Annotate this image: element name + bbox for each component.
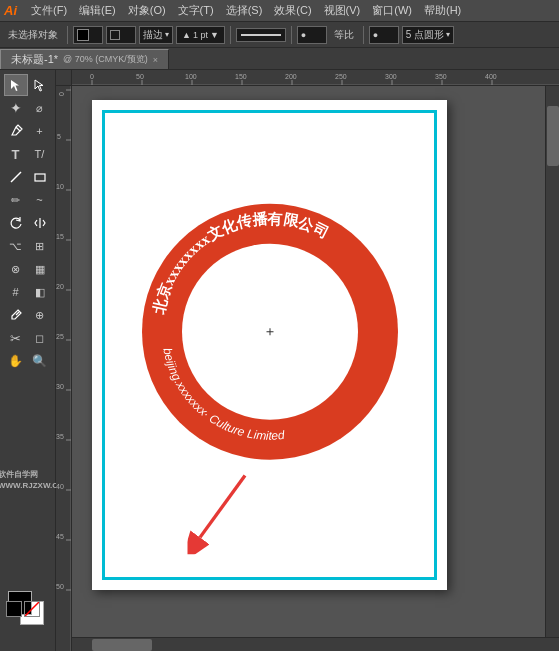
svg-rect-1 (35, 174, 45, 181)
stroke-weight-box[interactable]: ▲ 1 pt ▼ (176, 26, 225, 44)
tool-row-12: ✂ ◻ (2, 327, 54, 349)
tool-row-3: + (2, 120, 54, 142)
toolbar: 未选择对象 描边 ▲ 1 pt ▼ ● 等比 ● 5 点圆形 (0, 22, 559, 48)
svg-text:400: 400 (485, 73, 497, 80)
document-canvas[interactable]: 北京xxxxxxxx文化传播有限公司 beijing.xxxxxxx· Cult… (92, 100, 447, 590)
toolbar-separator-4 (363, 26, 364, 44)
lasso-tool[interactable]: ⌀ (28, 97, 52, 119)
direct-selection-tool[interactable] (28, 74, 52, 96)
canvas-area[interactable]: 0 50 100 150 200 250 300 350 400 (56, 70, 559, 651)
doc-tab-info: @ 70% (CMYK/预览) (63, 53, 148, 66)
seal-container: 北京xxxxxxxx文化传播有限公司 beijing.xxxxxxx· Cult… (137, 199, 402, 464)
tool-row-1 (2, 74, 54, 96)
menu-edit[interactable]: 编辑(E) (73, 1, 122, 20)
menu-bar: Ai 文件(F) 编辑(E) 对象(O) 文字(T) 选择(S) 效果(C) 视… (0, 0, 559, 22)
eraser-tool[interactable]: ◻ (28, 327, 52, 349)
menu-items: 文件(F) 编辑(E) 对象(O) 文字(T) 选择(S) 效果(C) 视图(V… (25, 1, 467, 20)
rotate-tool[interactable] (4, 212, 28, 234)
brush-tool[interactable]: ✏ (4, 189, 28, 211)
zoom-control[interactable]: ● (297, 26, 327, 44)
menu-select[interactable]: 选择(S) (220, 1, 269, 20)
gradient-tool[interactable]: ◧ (28, 281, 52, 303)
toolbar-separator-2 (230, 26, 231, 44)
hand-tool[interactable]: ✋ (4, 350, 28, 372)
menu-text[interactable]: 文字(T) (172, 1, 220, 20)
svg-text:150: 150 (235, 73, 247, 80)
pencil-tool[interactable]: ~ (28, 189, 52, 211)
stroke-preview (236, 28, 286, 42)
shape-tool[interactable] (28, 166, 52, 188)
doc-tab[interactable]: 未标题-1* @ 70% (CMYK/预览) × (0, 49, 169, 69)
scissors-tool[interactable]: ✂ (4, 327, 28, 349)
default-colors-button[interactable] (6, 601, 22, 617)
toolbar-separator-3 (291, 26, 292, 44)
none-color-button[interactable] (24, 601, 40, 617)
stroke-dropdown[interactable]: 描边 (139, 26, 173, 44)
scrollbar-horizontal[interactable] (72, 637, 559, 651)
stroke-up-arrow[interactable]: ▲ (180, 30, 193, 40)
svg-text:50: 50 (56, 583, 64, 590)
point-shape-dot: ● (373, 30, 378, 40)
svg-text:20: 20 (56, 283, 64, 290)
type-path-tool[interactable]: T/ (28, 143, 52, 165)
stroke-color-box2[interactable] (106, 26, 136, 44)
svg-line-0 (11, 172, 21, 182)
blend-tool[interactable]: ⊕ (28, 304, 52, 326)
doc-tab-title: 未标题-1* (11, 52, 58, 67)
add-anchor-tool[interactable]: + (28, 120, 52, 142)
svg-text:35: 35 (56, 433, 64, 440)
free-transform-tool[interactable]: ⊞ (28, 235, 52, 257)
type-tool[interactable]: T (4, 143, 28, 165)
svg-text:0: 0 (58, 92, 65, 96)
scroll-v-thumb[interactable] (547, 106, 559, 166)
point-shape-box[interactable]: ● (369, 26, 399, 44)
svg-line-3 (16, 312, 19, 315)
point-shape-dropdown[interactable]: 5 点圆形 (402, 26, 454, 44)
selection-tool[interactable] (4, 74, 28, 96)
menu-object[interactable]: 对象(O) (122, 1, 172, 20)
seal-svg: 北京xxxxxxxx文化传播有限公司 beijing.xxxxxxx· Cult… (137, 199, 402, 464)
zoom-tool[interactable]: 🔍 (28, 350, 52, 372)
tool-row-9: ⊗ ▦ (2, 258, 54, 280)
mesh-tool[interactable]: # (4, 281, 28, 303)
stroke-color-box[interactable] (73, 26, 103, 44)
doc-tab-bar: 未标题-1* @ 70% (CMYK/预览) × (0, 48, 559, 70)
app-logo: Ai (4, 3, 17, 18)
stroke-down-arrow[interactable]: ▼ (208, 30, 221, 40)
tool-row-7 (2, 212, 54, 234)
svg-line-4 (25, 602, 39, 616)
warp-tool[interactable]: ⌥ (4, 235, 28, 257)
tool-row-5 (2, 166, 54, 188)
magic-wand-tool[interactable]: ✦ (4, 97, 28, 119)
zoom-label: ● (301, 30, 306, 40)
svg-text:5: 5 (57, 133, 61, 140)
scrollbar-vertical[interactable] (545, 86, 559, 637)
svg-text:15: 15 (56, 233, 64, 240)
menu-effect[interactable]: 效果(C) (268, 1, 317, 20)
svg-text:300: 300 (385, 73, 397, 80)
svg-text:250: 250 (335, 73, 347, 80)
reflect-tool[interactable] (28, 212, 52, 234)
eyedropper-tool[interactable] (4, 304, 28, 326)
tools-panel: ✦ ⌀ + T T/ ✏ ~ (0, 70, 56, 651)
pen-tool[interactable] (4, 120, 28, 142)
toolbar-separator-1 (67, 26, 68, 44)
zoom-ratio-label: 等比 (330, 28, 358, 42)
svg-line-48 (200, 476, 245, 538)
scroll-h-thumb[interactable] (92, 639, 152, 651)
tool-row-10: # ◧ (2, 281, 54, 303)
menu-file[interactable]: 文件(F) (25, 1, 73, 20)
menu-window[interactable]: 窗口(W) (366, 1, 418, 20)
stroke-color-swatch[interactable] (77, 29, 89, 41)
doc-tab-close[interactable]: × (153, 55, 158, 65)
line-tool[interactable] (4, 166, 28, 188)
symbol-tool[interactable]: ⊗ (4, 258, 28, 280)
tool-row-13: ✋ 🔍 (2, 350, 54, 372)
svg-text:350: 350 (435, 73, 447, 80)
tool-row-8: ⌥ ⊞ (2, 235, 54, 257)
menu-help[interactable]: 帮助(H) (418, 1, 467, 20)
menu-view[interactable]: 视图(V) (318, 1, 367, 20)
column-graph-tool[interactable]: ▦ (28, 258, 52, 280)
fill-color-swatch[interactable] (110, 30, 120, 40)
tool-row-2: ✦ ⌀ (2, 97, 54, 119)
